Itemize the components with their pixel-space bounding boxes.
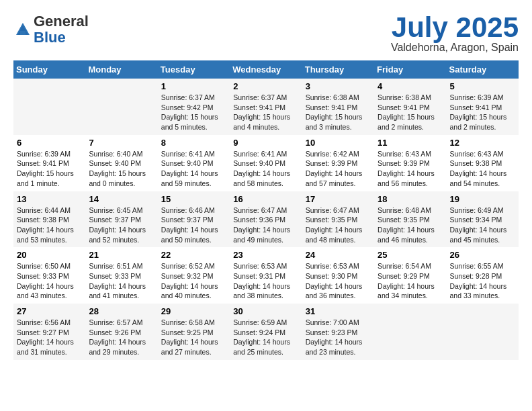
weekday-header: Sunday: [13, 60, 85, 79]
day-number: 7: [89, 138, 154, 148]
calendar-cell: 18Sunrise: 6:48 AMSunset: 9:35 PMDayligh…: [374, 191, 446, 248]
day-info: Sunrise: 6:57 AMSunset: 9:26 PMDaylight:…: [89, 318, 154, 357]
day-number: 19: [450, 194, 515, 204]
calendar-week-row: 1Sunrise: 6:37 AMSunset: 9:42 PMDaylight…: [13, 79, 519, 135]
calendar-cell: 13Sunrise: 6:44 AMSunset: 9:38 PMDayligh…: [13, 191, 85, 248]
day-info: Sunrise: 6:49 AMSunset: 9:34 PMDaylight:…: [450, 205, 515, 245]
day-info: Sunrise: 6:47 AMSunset: 9:36 PMDaylight:…: [233, 205, 298, 245]
day-info: Sunrise: 6:38 AMSunset: 9:41 PMDaylight:…: [306, 93, 371, 132]
calendar-week-row: 20Sunrise: 6:50 AMSunset: 9:33 PMDayligh…: [13, 247, 519, 304]
calendar-cell: 11Sunrise: 6:43 AMSunset: 9:39 PMDayligh…: [374, 135, 446, 191]
day-number: 12: [450, 138, 515, 148]
svg-rect-2: [20, 31, 26, 35]
calendar-week-row: 13Sunrise: 6:44 AMSunset: 9:38 PMDayligh…: [13, 191, 519, 248]
day-info: Sunrise: 6:55 AMSunset: 9:28 PMDaylight:…: [450, 261, 515, 301]
day-number: 28: [89, 306, 154, 316]
calendar-cell: 17Sunrise: 6:47 AMSunset: 9:35 PMDayligh…: [302, 191, 374, 248]
day-info: Sunrise: 6:58 AMSunset: 9:25 PMDaylight:…: [161, 318, 226, 357]
calendar-cell: 19Sunrise: 6:49 AMSunset: 9:34 PMDayligh…: [447, 191, 519, 248]
logo-icon: [13, 20, 32, 39]
day-number: 14: [89, 194, 154, 204]
day-number: 15: [161, 194, 226, 204]
day-number: 24: [306, 250, 371, 260]
day-info: Sunrise: 6:45 AMSunset: 9:37 PMDaylight:…: [89, 205, 154, 245]
calendar-cell: 23Sunrise: 6:53 AMSunset: 9:31 PMDayligh…: [230, 247, 302, 304]
day-number: 1: [161, 81, 226, 91]
calendar-cell: 7Sunrise: 6:40 AMSunset: 9:40 PMDaylight…: [85, 135, 157, 191]
logo-text: General Blue: [34, 13, 89, 46]
day-number: 22: [161, 250, 226, 260]
day-number: 13: [17, 194, 82, 204]
day-number: 30: [233, 306, 298, 316]
day-info: Sunrise: 6:54 AMSunset: 9:29 PMDaylight:…: [378, 261, 443, 301]
day-info: Sunrise: 6:38 AMSunset: 9:41 PMDaylight:…: [378, 93, 443, 132]
calendar-cell: 26Sunrise: 6:55 AMSunset: 9:28 PMDayligh…: [447, 247, 519, 304]
weekday-header: Thursday: [302, 60, 374, 79]
calendar-week-row: 6Sunrise: 6:39 AMSunset: 9:41 PMDaylight…: [13, 135, 519, 191]
day-info: Sunrise: 6:44 AMSunset: 9:38 PMDaylight:…: [17, 205, 82, 245]
day-number: 25: [378, 250, 443, 260]
calendar-cell: 24Sunrise: 6:53 AMSunset: 9:30 PMDayligh…: [302, 247, 374, 304]
calendar-cell: 3Sunrise: 6:38 AMSunset: 9:41 PMDaylight…: [302, 79, 374, 135]
day-info: Sunrise: 7:00 AMSunset: 9:23 PMDaylight:…: [306, 318, 371, 357]
day-info: Sunrise: 6:37 AMSunset: 9:42 PMDaylight:…: [161, 93, 226, 132]
day-number: 27: [17, 306, 82, 316]
weekday-header: Wednesday: [230, 60, 302, 79]
calendar-cell: 12Sunrise: 6:43 AMSunset: 9:38 PMDayligh…: [447, 135, 519, 191]
weekday-header: Saturday: [447, 60, 519, 79]
day-info: Sunrise: 6:40 AMSunset: 9:40 PMDaylight:…: [89, 149, 154, 189]
day-info: Sunrise: 6:43 AMSunset: 9:38 PMDaylight:…: [450, 149, 515, 189]
calendar-cell: 30Sunrise: 6:59 AMSunset: 9:24 PMDayligh…: [230, 304, 302, 360]
calendar-week-row: 27Sunrise: 6:56 AMSunset: 9:27 PMDayligh…: [13, 304, 519, 360]
day-number: 29: [161, 306, 226, 316]
calendar-cell: [13, 79, 85, 135]
day-number: 23: [233, 250, 298, 260]
calendar-cell: 14Sunrise: 6:45 AMSunset: 9:37 PMDayligh…: [85, 191, 157, 248]
day-number: 10: [306, 138, 371, 148]
day-number: 17: [306, 194, 371, 204]
calendar-cell: 6Sunrise: 6:39 AMSunset: 9:41 PMDaylight…: [13, 135, 85, 191]
day-number: 20: [17, 250, 82, 260]
day-info: Sunrise: 6:47 AMSunset: 9:35 PMDaylight:…: [306, 205, 371, 245]
weekday-header-row: SundayMondayTuesdayWednesdayThursdayFrid…: [13, 60, 519, 79]
day-info: Sunrise: 6:46 AMSunset: 9:37 PMDaylight:…: [161, 205, 226, 245]
calendar-cell: 8Sunrise: 6:41 AMSunset: 9:40 PMDaylight…: [158, 135, 230, 191]
day-number: 2: [233, 81, 298, 91]
calendar-cell: 21Sunrise: 6:51 AMSunset: 9:33 PMDayligh…: [85, 247, 157, 304]
day-info: Sunrise: 6:39 AMSunset: 9:41 PMDaylight:…: [17, 149, 82, 189]
calendar-cell: 25Sunrise: 6:54 AMSunset: 9:29 PMDayligh…: [374, 247, 446, 304]
day-info: Sunrise: 6:39 AMSunset: 9:41 PMDaylight:…: [450, 93, 515, 132]
day-number: 16: [233, 194, 298, 204]
day-info: Sunrise: 6:48 AMSunset: 9:35 PMDaylight:…: [378, 205, 443, 245]
calendar-cell: 20Sunrise: 6:50 AMSunset: 9:33 PMDayligh…: [13, 247, 85, 304]
day-info: Sunrise: 6:37 AMSunset: 9:41 PMDaylight:…: [233, 93, 298, 132]
day-number: 3: [306, 81, 371, 91]
day-info: Sunrise: 6:42 AMSunset: 9:39 PMDaylight:…: [306, 149, 371, 189]
month-title: July 2025: [391, 13, 519, 42]
day-number: 26: [450, 250, 515, 260]
logo-blue-text: Blue: [34, 29, 66, 46]
day-info: Sunrise: 6:59 AMSunset: 9:24 PMDaylight:…: [233, 318, 298, 357]
calendar-cell: 4Sunrise: 6:38 AMSunset: 9:41 PMDaylight…: [374, 79, 446, 135]
calendar-cell: 16Sunrise: 6:47 AMSunset: 9:36 PMDayligh…: [230, 191, 302, 248]
calendar-cell: 2Sunrise: 6:37 AMSunset: 9:41 PMDaylight…: [230, 79, 302, 135]
weekday-header: Tuesday: [158, 60, 230, 79]
day-number: 31: [306, 306, 371, 316]
calendar-cell: 5Sunrise: 6:39 AMSunset: 9:41 PMDaylight…: [447, 79, 519, 135]
title-block: July 2025 Valdehorna, Aragon, Spain: [391, 13, 519, 54]
day-number: 21: [89, 250, 154, 260]
day-number: 11: [378, 138, 443, 148]
location-text: Valdehorna, Aragon, Spain: [391, 42, 519, 54]
calendar-cell: 1Sunrise: 6:37 AMSunset: 9:42 PMDaylight…: [158, 79, 230, 135]
calendar-cell: 31Sunrise: 7:00 AMSunset: 9:23 PMDayligh…: [302, 304, 374, 360]
day-number: 6: [17, 138, 82, 148]
calendar-cell: 10Sunrise: 6:42 AMSunset: 9:39 PMDayligh…: [302, 135, 374, 191]
calendar-cell: 9Sunrise: 6:41 AMSunset: 9:40 PMDaylight…: [230, 135, 302, 191]
calendar-cell: [447, 304, 519, 360]
day-info: Sunrise: 6:41 AMSunset: 9:40 PMDaylight:…: [161, 149, 226, 189]
day-info: Sunrise: 6:51 AMSunset: 9:33 PMDaylight:…: [89, 261, 154, 301]
weekday-header: Friday: [374, 60, 446, 79]
day-number: 8: [161, 138, 226, 148]
day-number: 18: [378, 194, 443, 204]
calendar-cell: [85, 79, 157, 135]
